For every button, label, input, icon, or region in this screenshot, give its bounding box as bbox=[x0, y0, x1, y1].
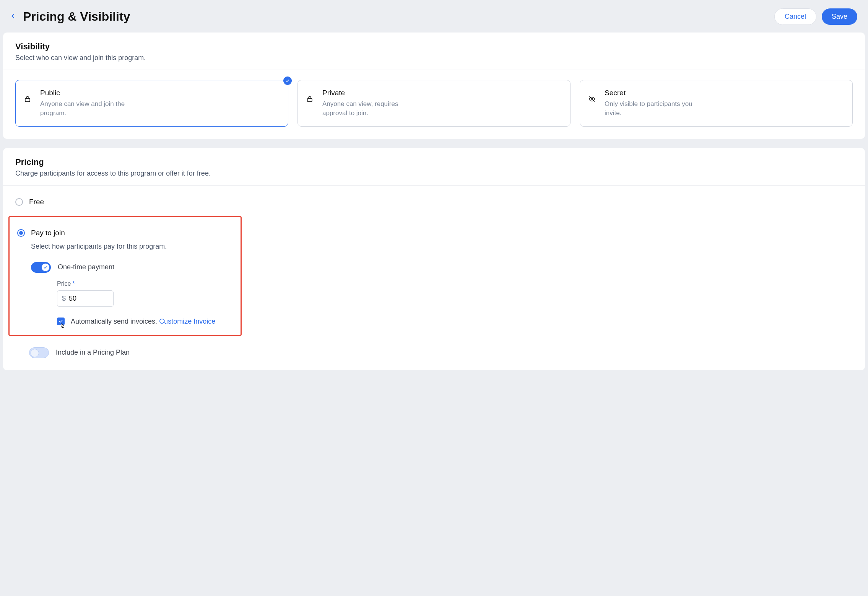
pay-to-join-highlight: Pay to join Select how participants pay … bbox=[8, 216, 242, 336]
page-title: Pricing & Visibility bbox=[23, 10, 130, 24]
price-input[interactable] bbox=[69, 295, 109, 303]
selected-check-badge bbox=[283, 77, 292, 85]
price-label: Price bbox=[57, 280, 71, 287]
pricing-pay-label: Pay to join bbox=[31, 229, 65, 237]
check-icon bbox=[285, 78, 290, 83]
pricing-pay-desc: Select how participants pay for this pro… bbox=[31, 243, 233, 251]
visibility-option-title: Public bbox=[40, 89, 140, 97]
pricing-radio-pay[interactable] bbox=[17, 229, 25, 237]
unlock-icon bbox=[24, 89, 33, 118]
lock-icon bbox=[306, 89, 315, 118]
visibility-option-desc: Anyone can view, requires approval to jo… bbox=[322, 99, 422, 118]
one-time-payment-toggle[interactable] bbox=[31, 262, 51, 273]
visibility-option-secret[interactable]: Secret Only visible to participants you … bbox=[580, 80, 853, 127]
visibility-subtitle: Select who can view and join this progra… bbox=[15, 54, 853, 62]
required-asterisk: * bbox=[72, 280, 75, 287]
price-input-wrap[interactable]: $ bbox=[57, 290, 114, 307]
price-currency: $ bbox=[62, 295, 66, 303]
pricing-plan-toggle[interactable] bbox=[29, 347, 49, 358]
visibility-card: Visibility Select who can view and join … bbox=[3, 33, 865, 139]
pricing-title: Pricing bbox=[15, 157, 853, 167]
visibility-option-desc: Only visible to participants you invite. bbox=[605, 99, 704, 118]
eye-off-icon bbox=[588, 89, 597, 118]
pricing-free-label: Free bbox=[29, 198, 44, 206]
pricing-plan-label: Include in a Pricing Plan bbox=[56, 348, 130, 357]
visibility-option-private[interactable]: Private Anyone can view, requires approv… bbox=[297, 80, 571, 127]
check-icon bbox=[43, 265, 48, 270]
visibility-option-desc: Anyone can view and join the program. bbox=[40, 99, 140, 118]
visibility-option-title: Secret bbox=[605, 89, 704, 97]
svg-rect-1 bbox=[307, 99, 312, 102]
auto-invoice-label: Automatically send invoices. bbox=[71, 318, 157, 325]
save-button[interactable]: Save bbox=[822, 8, 857, 25]
visibility-title: Visibility bbox=[15, 42, 853, 52]
back-button[interactable] bbox=[3, 11, 23, 22]
svg-rect-0 bbox=[25, 99, 30, 102]
visibility-option-public[interactable]: Public Anyone can view and join the prog… bbox=[15, 80, 288, 127]
chevron-left-icon bbox=[9, 12, 17, 20]
pricing-card: Pricing Charge participants for access t… bbox=[3, 148, 865, 370]
pricing-subtitle: Charge participants for access to this p… bbox=[15, 169, 853, 177]
customize-invoice-link[interactable]: Customize Invoice bbox=[159, 318, 215, 325]
visibility-option-title: Private bbox=[322, 89, 422, 97]
pricing-radio-free[interactable] bbox=[15, 198, 23, 206]
one-time-payment-label: One-time payment bbox=[58, 263, 114, 271]
cancel-button[interactable]: Cancel bbox=[774, 8, 816, 25]
cursor-pointer-icon bbox=[59, 323, 66, 331]
header-bar: Pricing & Visibility Cancel Save bbox=[3, 4, 865, 33]
